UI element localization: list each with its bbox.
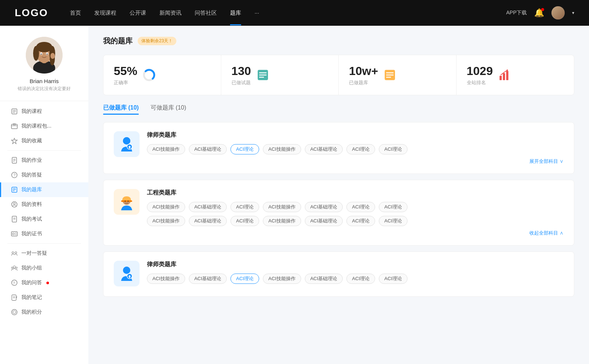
cert-icon bbox=[11, 231, 18, 237]
qbank-card-2: 律师类题库 ACI技能操作 ACI基础理论 ACI理论 ACI技能操作 ACI基… bbox=[103, 251, 574, 297]
qbank-tag[interactable]: ACI理论 bbox=[346, 216, 375, 226]
qbank-tag[interactable]: ACI基础理论 bbox=[189, 202, 227, 212]
qbank-card-0-tags: ACI技能操作 ACI基础理论 ACI理论 ACI技能操作 ACI基础理论 AC… bbox=[147, 144, 564, 154]
stat-rank-text: 1029 全站排名 bbox=[467, 64, 493, 86]
qbank-icon bbox=[11, 186, 18, 193]
sidebar-item-homework[interactable]: 我的作业 bbox=[0, 153, 88, 168]
svg-point-43 bbox=[11, 267, 13, 268]
sidebar-item-course[interactable]: 我的课程 bbox=[0, 104, 88, 119]
svg-point-5 bbox=[33, 46, 39, 61]
sidebar-item-points[interactable]: 我的积分 bbox=[0, 305, 88, 320]
qbank-tag[interactable]: ACI技能操作 bbox=[263, 202, 301, 212]
qbank-card-1-expand[interactable]: 收起全部科目 ∧ bbox=[147, 230, 564, 236]
qbank-tag[interactable]: ACI技能操作 bbox=[147, 144, 185, 154]
sidebar-item-cert[interactable]: 我的证书 bbox=[0, 226, 88, 241]
profile-name: Brian Harris bbox=[29, 78, 59, 84]
qbank-tag[interactable]: ACI理论 bbox=[379, 202, 408, 212]
main-content: 我的题库 体验剩余23天！ 55% 正确率 130 bbox=[88, 26, 589, 364]
sidebar-item-package[interactable]: 我的课程包... bbox=[0, 119, 88, 133]
sidebar-label: 我的课程包... bbox=[21, 123, 52, 129]
nav-home[interactable]: 首页 bbox=[70, 10, 81, 17]
svg-point-40 bbox=[12, 252, 14, 254]
donut-chart-icon bbox=[142, 68, 156, 82]
nav-more[interactable]: ··· bbox=[254, 10, 259, 17]
qbank-tag[interactable]: ACI技能操作 bbox=[147, 216, 185, 226]
one2one-icon bbox=[11, 250, 18, 257]
qbank-card-0-expand[interactable]: 展开全部科目 ∨ bbox=[147, 158, 564, 165]
page-title: 我的题库 bbox=[103, 36, 133, 46]
svg-point-68 bbox=[123, 137, 130, 144]
qbank-tag[interactable]: ACI理论 bbox=[230, 216, 259, 226]
sidebar-item-notes[interactable]: 我的笔记 bbox=[0, 290, 88, 305]
avatar[interactable] bbox=[551, 6, 565, 19]
stat-accuracy-value: 55% bbox=[114, 64, 137, 78]
logo: LOGO bbox=[15, 7, 48, 19]
sidebar-item-group[interactable]: 我的小组 bbox=[0, 261, 88, 275]
notification-bell[interactable]: 🔔 bbox=[534, 8, 544, 18]
qbank-tag[interactable]: ACI基础理论 bbox=[305, 144, 343, 154]
package-icon bbox=[11, 123, 18, 129]
qbank-tag[interactable]: ACI理论 bbox=[230, 202, 259, 212]
qbank-card-0-header: 律师类题库 ACI技能操作 ACI基础理论 ACI理论 ACI技能操作 ACI基… bbox=[114, 131, 564, 165]
qbank-card-2-header: 律师类题库 ACI技能操作 ACI基础理论 ACI理论 ACI技能操作 ACI基… bbox=[114, 261, 564, 288]
qbank-tag[interactable]: ACI理论 bbox=[379, 216, 408, 226]
sidebar-item-files[interactable]: 我的资料 bbox=[0, 197, 88, 212]
qbank-tag[interactable]: ACI理论 bbox=[346, 202, 375, 212]
qbank-tag[interactable]: ACI基础理论 bbox=[189, 144, 227, 154]
avatar-chevron-icon[interactable]: ▾ bbox=[572, 10, 574, 15]
stat-done-questions-value: 130 bbox=[232, 64, 251, 78]
qbank-card-0: 律师类题库 ACI技能操作 ACI基础理论 ACI理论 ACI技能操作 ACI基… bbox=[103, 122, 574, 174]
qbank-tag[interactable]: ACI技能操作 bbox=[263, 274, 301, 284]
sidebar-item-qbank[interactable]: 我的题库 bbox=[0, 182, 88, 197]
stat-done-questions-text: 130 已做试题 bbox=[232, 64, 251, 86]
qbank-tag[interactable]: ACI基础理论 bbox=[189, 216, 227, 226]
stat-accuracy: 55% 正确率 bbox=[103, 55, 221, 95]
nav-open[interactable]: 公开课 bbox=[130, 10, 146, 17]
qbank-tag[interactable]: ACI理论 bbox=[379, 274, 408, 284]
list-green-icon bbox=[256, 68, 269, 82]
svg-point-66 bbox=[507, 69, 508, 71]
qbank-tag[interactable]: ACI理论 bbox=[346, 144, 375, 154]
sidebar-item-exam[interactable]: 我的考试 bbox=[0, 212, 88, 226]
sidebar-item-qa2[interactable]: ? 我的问答 bbox=[0, 275, 88, 290]
nav-news[interactable]: 新闻资讯 bbox=[159, 10, 181, 17]
stat-rank-value: 1029 bbox=[467, 64, 493, 78]
tab-available[interactable]: 可做题库 (10) bbox=[151, 104, 186, 115]
tab-done[interactable]: 已做题库 (10) bbox=[103, 104, 139, 115]
sidebar-item-one2one[interactable]: 一对一答疑 bbox=[0, 246, 88, 261]
qbank-tag-active[interactable]: ACI理论 bbox=[230, 144, 259, 154]
list-yellow-icon bbox=[383, 68, 396, 82]
qbank-tag[interactable]: ACI技能操作 bbox=[147, 274, 185, 284]
points-icon bbox=[11, 309, 18, 315]
qbank-tag[interactable]: ACI技能操作 bbox=[263, 216, 301, 226]
sidebar-item-favorites[interactable]: 我的收藏 bbox=[0, 133, 88, 148]
qbank-tag[interactable]: ACI技能操作 bbox=[263, 144, 301, 154]
nav-qbank[interactable]: 题库 bbox=[230, 10, 241, 17]
qbank-tag[interactable]: ACI基础理论 bbox=[305, 274, 343, 284]
qbank-card-2-content: 律师类题库 ACI技能操作 ACI基础理论 ACI理论 ACI技能操作 ACI基… bbox=[147, 261, 564, 288]
note-icon bbox=[11, 294, 18, 301]
qbank-tag[interactable]: ACI技能操作 bbox=[147, 202, 185, 212]
qbank-card-1-tags-row2: ACI技能操作 ACI基础理论 ACI理论 ACI技能操作 ACI基础理论 AC… bbox=[147, 216, 564, 226]
qbank-lawyer-icon-2 bbox=[114, 261, 140, 286]
nav-menu: 首页 发现课程 公开课 新闻资讯 问答社区 题库 ··· bbox=[70, 10, 506, 17]
qbank-card-0-content: 律师类题库 ACI技能操作 ACI基础理论 ACI理论 ACI技能操作 ACI基… bbox=[147, 131, 564, 165]
qbank-tag[interactable]: ACI基础理论 bbox=[189, 274, 227, 284]
svg-point-37 bbox=[13, 233, 14, 235]
avatar-image bbox=[551, 6, 565, 19]
sidebar-profile: Brian Harris 错误的决定比没有决定要好 bbox=[0, 37, 88, 101]
nav-qa[interactable]: 问答社区 bbox=[195, 10, 217, 17]
group-icon bbox=[11, 265, 18, 271]
nav-courses[interactable]: 发现课程 bbox=[94, 10, 116, 17]
app-download-link[interactable]: APP下载 bbox=[506, 10, 527, 16]
qbank-tag[interactable]: ACI理论 bbox=[379, 144, 408, 154]
svg-text:?: ? bbox=[13, 281, 15, 285]
unread-dot bbox=[46, 282, 49, 284]
sidebar-item-qa[interactable]: ? 我的答疑 bbox=[0, 168, 88, 182]
qbank-tag[interactable]: ACI基础理论 bbox=[305, 216, 343, 226]
qbank-tag[interactable]: ACI理论 bbox=[346, 274, 375, 284]
navbar: LOGO 首页 发现课程 公开课 新闻资讯 问答社区 题库 ··· APP下载 … bbox=[0, 0, 589, 26]
sidebar-divider-2 bbox=[7, 243, 81, 244]
qbank-tag-active[interactable]: ACI理论 bbox=[230, 274, 259, 284]
qbank-tag[interactable]: ACI基础理论 bbox=[305, 202, 343, 212]
